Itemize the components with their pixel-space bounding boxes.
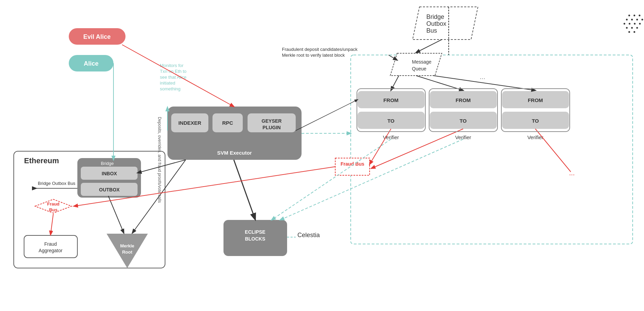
verifier3-from-label: FROM: [528, 97, 543, 103]
svg-text:PLUGIN: PLUGIN: [263, 125, 281, 130]
merkle-root-label: Merkle: [120, 243, 134, 248]
ethereum-label: Ethereum: [24, 156, 59, 165]
svg-point-14: [629, 23, 631, 25]
svg-point-18: [631, 27, 633, 29]
diagram: Ethereum Bridge Outbox Bus Evil Alice Al…: [0, 0, 644, 311]
message-queue-label: Message: [412, 59, 432, 65]
indexer-label: INDEXER: [178, 120, 201, 126]
verifier3-to-label: TO: [532, 118, 539, 124]
verifier2-to-label: TO: [460, 118, 467, 124]
alice-label: Alice: [84, 60, 98, 67]
ellipsis-fraud: ...: [569, 169, 575, 177]
bridge-outbox-bus-top: Bridge: [426, 13, 444, 20]
svg-text:something: something: [160, 86, 181, 91]
fraud-bus-eth-label: Fraud: [47, 201, 59, 207]
deposits-annotation: Deposits, overrides, and fraud proofs/vo…: [157, 117, 162, 203]
svg-text:Root: Root: [122, 249, 132, 255]
svg-point-13: [624, 23, 625, 25]
svg-point-7: [634, 15, 635, 16]
fraud-aggregator-label: Fraud: [44, 241, 57, 247]
svg-text:Bus: Bus: [49, 207, 58, 212]
svg-text:BLOCKS: BLOCKS: [245, 236, 265, 242]
svg-text:see that Alice: see that Alice: [160, 75, 186, 80]
verifier1-from-label: FROM: [383, 97, 399, 103]
svg-text:Bus: Bus: [426, 27, 437, 34]
eclipse-blocks-label: ECLIPSE: [245, 229, 265, 235]
svg-marker-54: [335, 158, 370, 175]
svg-point-15: [634, 23, 636, 25]
geyser-label: GEYSER: [262, 118, 282, 124]
svg-point-12: [642, 19, 643, 21]
svg-point-10: [631, 19, 633, 21]
svg-text:Outbox: Outbox: [426, 20, 446, 27]
svg-text:Queue: Queue: [412, 66, 426, 71]
svg-point-11: [636, 19, 638, 21]
ellipsis-top: ...: [480, 73, 485, 80]
verifier1-to-label: TO: [388, 118, 395, 124]
bridge-box-label: Bridge: [101, 161, 114, 166]
outbox-label: OUTBOX: [99, 187, 120, 192]
svg-text:initiated: initiated: [160, 80, 175, 86]
svg-point-19: [636, 27, 638, 29]
bridge-outbox-bus-eth-label: Bridge Outbox Bus: [38, 181, 76, 186]
verifier2-from-label: FROM: [456, 97, 471, 103]
svg-point-6: [629, 15, 630, 16]
svg-point-17: [626, 27, 628, 29]
fraudulent-annotation: Fraudulent deposit candidates/unpack: [282, 47, 358, 52]
fraud-bus-right-label: Fraud Bus: [340, 161, 364, 167]
svg-point-9: [626, 19, 628, 21]
evil-alice-label: Evil Alice: [83, 33, 110, 40]
svg-point-20: [629, 31, 630, 33]
svg-text:Merkle root to verify latest b: Merkle root to verify latest block: [282, 53, 345, 58]
svg-point-16: [639, 23, 641, 25]
svg-point-21: [634, 31, 635, 33]
celestia-label: Celestia: [297, 232, 320, 238]
inbox-label: INBOX: [102, 171, 117, 176]
rpc-label: RPC: [222, 120, 233, 126]
svg-point-8: [639, 15, 641, 16]
svg-text:Aggregator: Aggregator: [39, 248, 63, 253]
svm-executor-label: SVM Executor: [217, 150, 252, 156]
